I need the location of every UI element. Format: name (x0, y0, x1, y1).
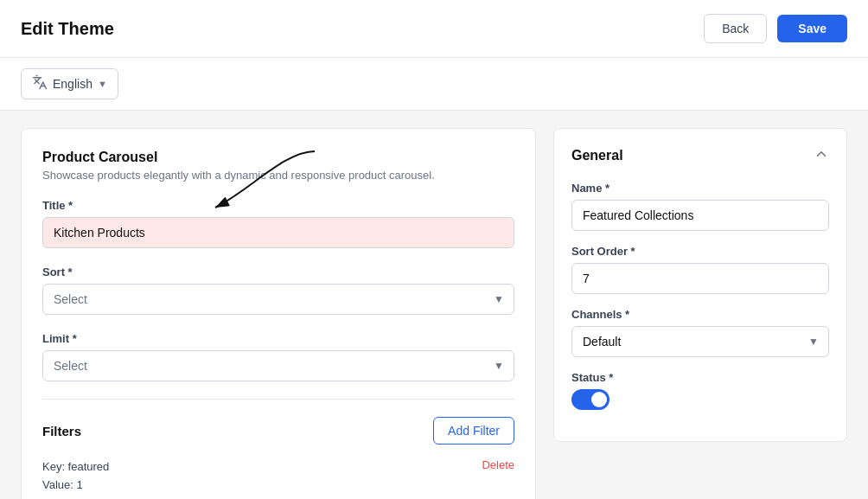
toolbar: English ▼ (0, 58, 868, 111)
add-filter-button[interactable]: Add Filter (433, 417, 514, 445)
filter-delete-button[interactable]: Delete (482, 458, 514, 471)
status-toggle[interactable] (571, 389, 610, 410)
collapse-button[interactable] (814, 146, 829, 164)
divider (42, 399, 514, 400)
title-label: Title * (42, 199, 514, 212)
filter-key: Key: featured (42, 458, 109, 477)
status-field-group: Status * (571, 371, 829, 410)
status-label: Status * (571, 371, 829, 384)
chevron-down-icon: ▼ (98, 79, 107, 89)
right-panel-header: General (571, 146, 829, 164)
sort-label: Sort * (42, 265, 514, 278)
section-title: Product Carousel (42, 150, 514, 165)
page-title: Edit Theme (21, 19, 114, 39)
main-content: Product Carousel Showcase products elega… (0, 111, 868, 499)
back-button[interactable]: Back (704, 14, 767, 43)
sort-select[interactable]: Select (42, 284, 514, 315)
limit-select-wrapper: Select ▼ (42, 350, 514, 381)
channels-field-group: Channels * Default ▼ (571, 308, 829, 357)
filter-row: Key: featured Value: 1 Delete (42, 458, 514, 495)
limit-select[interactable]: Select (42, 350, 514, 381)
sort-order-label: Sort Order * (571, 245, 829, 258)
header: Edit Theme Back Save (0, 0, 868, 58)
title-input[interactable] (42, 217, 514, 248)
status-toggle-container (571, 389, 829, 410)
filter-info: Key: featured Value: 1 (42, 458, 109, 495)
left-panel: Product Carousel Showcase products elega… (21, 128, 536, 499)
header-actions: Back Save (704, 14, 847, 43)
name-label: Name * (571, 182, 829, 195)
name-input[interactable] (571, 200, 829, 231)
channels-label: Channels * (571, 308, 829, 321)
limit-field-group: Limit * Select ▼ (42, 332, 514, 381)
name-field-group: Name * (571, 182, 829, 231)
sort-order-field-group: Sort Order * (571, 245, 829, 294)
channels-select-wrapper: Default ▼ (571, 326, 829, 357)
section-subtitle: Showcase products elegantly with a dynam… (42, 169, 514, 182)
channels-select[interactable]: Default (571, 326, 829, 357)
title-field-group: Title * (42, 199, 514, 248)
limit-label: Limit * (42, 332, 514, 345)
language-label: English (53, 77, 93, 91)
filter-value: Value: 1 (42, 477, 109, 495)
chevron-up-icon (814, 146, 829, 162)
sort-select-wrapper: Select ▼ (42, 284, 514, 315)
save-button[interactable]: Save (777, 15, 847, 42)
filters-header: Filters Add Filter (42, 417, 514, 445)
sort-field-group: Sort * Select ▼ (42, 265, 514, 315)
language-selector[interactable]: English ▼ (21, 68, 118, 99)
right-panel: General Name * Sort Order * Channels * D… (553, 128, 847, 442)
toggle-slider (571, 389, 610, 410)
section-header: Product Carousel Showcase products elega… (42, 150, 514, 182)
translate-icon (32, 74, 48, 93)
sort-order-input[interactable] (571, 263, 829, 294)
general-title: General (571, 148, 623, 163)
filters-title: Filters (42, 424, 81, 438)
